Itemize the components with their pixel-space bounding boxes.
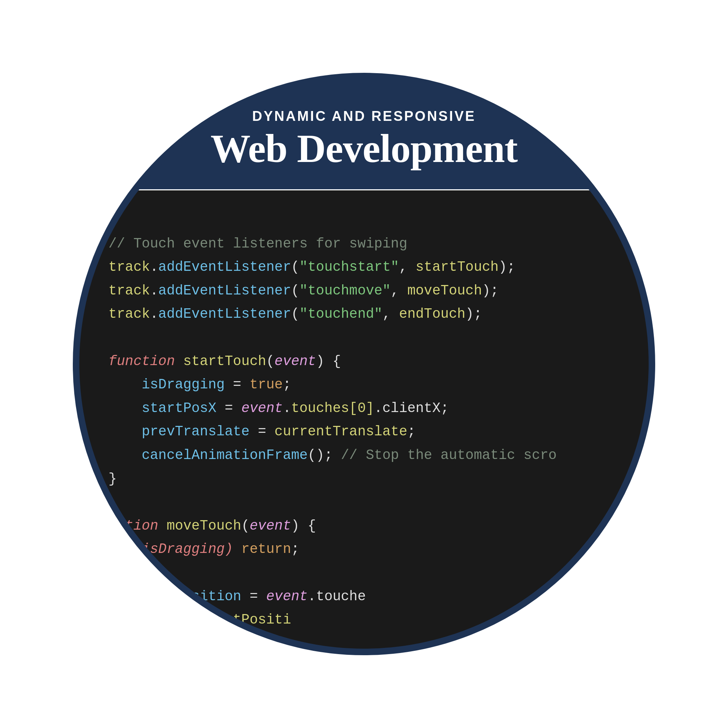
subtitle: DYNAMIC AND RESPONSIVE: [123, 109, 605, 124]
code-eq-1: =: [225, 377, 249, 392]
code-caf-paren: ();: [307, 447, 341, 463]
main-circle: DYNAMIC AND RESPONSIVE Web Development /…: [73, 73, 655, 655]
code-fn-2: moveTouch: [407, 283, 482, 298]
code-var-3: prevTranslate: [142, 424, 249, 439]
code-line-2b: addEventListener: [158, 283, 291, 298]
code-eq-4: =: [241, 589, 266, 604]
code-semi-4: ;: [291, 541, 300, 557]
code-paren-3: (: [291, 306, 300, 322]
code-line-1b: addEventListener: [158, 259, 291, 275]
code-brace-close: }: [109, 471, 117, 487]
code-if-1: [109, 541, 125, 557]
code-end-1: );: [499, 259, 515, 275]
code-fn-1: startTouch: [416, 259, 499, 275]
code-curtrans: currentTranslate: [274, 424, 407, 439]
code-kw-func-2: nction: [109, 518, 158, 534]
code-param-1: event: [274, 353, 316, 369]
code-line-3b: addEventListener: [158, 306, 291, 322]
code-return: return: [241, 541, 291, 557]
code-line-2a: track: [109, 283, 150, 298]
code-str-3: "touchend": [300, 306, 382, 322]
code-block: // Touch event listeners for swiping tra…: [109, 209, 619, 648]
code-caf: cancelAnimationFrame: [142, 447, 307, 463]
code-func-name-2: moveTouch: [167, 518, 241, 534]
code-param-2: event: [250, 518, 291, 534]
code-end-3: );: [466, 306, 482, 322]
code-paren-2: (: [291, 283, 300, 298]
code-kw-if: (!isDragging): [125, 541, 233, 557]
code-str-1: "touchstart": [300, 259, 399, 275]
header-section: DYNAMIC AND RESPONSIVE Web Development: [80, 80, 648, 190]
code-param-ref-2: event: [266, 589, 307, 604]
main-title: Web Development: [123, 128, 605, 168]
code-paren-close-2: ) {: [291, 518, 316, 534]
code-eq-2: =: [216, 401, 241, 416]
code-sep-3: ,: [382, 306, 399, 322]
code-dot-4: .: [283, 401, 291, 416]
code-dot-2: .: [150, 283, 158, 298]
code-line-1a: track: [109, 259, 150, 275]
code-var-4: rentPosition: [142, 589, 241, 604]
code-param-ref-1: event: [241, 401, 283, 416]
code-eq-3: =: [250, 424, 274, 439]
code-semi-1: ;: [283, 377, 291, 392]
code-comment-2: // Stop the automatic scro: [341, 447, 557, 463]
code-fn-3: endTouch: [399, 306, 465, 322]
code-line-comment: // Touch event listeners for swiping: [109, 236, 407, 252]
code-curpos: currentPositi: [183, 612, 291, 627]
code-var-2: startPosX: [142, 401, 216, 416]
code-end-2: );: [482, 283, 499, 298]
code-dot-1: .: [150, 259, 158, 275]
code-space-2: [158, 518, 167, 534]
code-dot-3: .: [150, 306, 158, 322]
code-kw-func: function: [109, 353, 175, 369]
code-line-3a: track: [109, 306, 150, 322]
code-paren-open-2: (: [241, 518, 250, 534]
code-dot-5: .touche: [307, 589, 366, 604]
code-space-1: [175, 353, 183, 369]
code-paren-1: (: [291, 259, 300, 275]
code-paren-open: (: [266, 353, 274, 369]
code-section: // Touch event listeners for swiping tra…: [80, 190, 648, 648]
code-sep-2: ,: [391, 283, 407, 298]
code-true: true: [250, 377, 283, 392]
code-touches: touches[0]: [291, 401, 374, 416]
code-var-1: isDragging: [142, 377, 225, 392]
code-str-2: "touchmove": [300, 283, 391, 298]
code-paren-close: ) {: [316, 353, 341, 369]
code-sep-1: ,: [399, 259, 416, 275]
code-clientx: .clientX;: [374, 401, 449, 416]
code-space-3: [233, 541, 241, 557]
code-func-name: startTouch: [183, 353, 266, 369]
code-semi-3: ;: [407, 424, 416, 439]
